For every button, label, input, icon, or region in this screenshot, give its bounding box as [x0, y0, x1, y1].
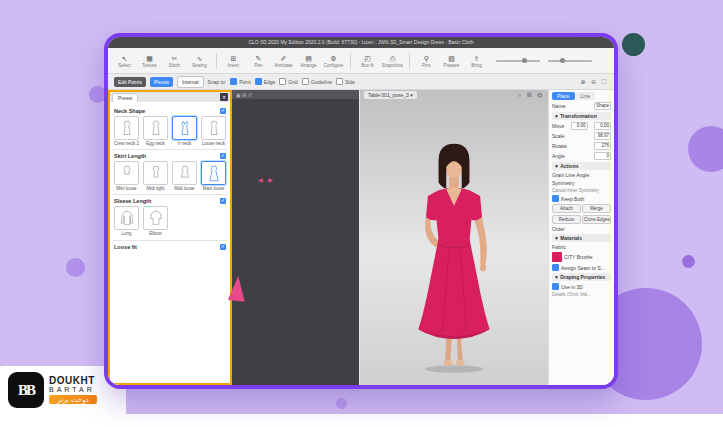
option-crew-neck-2[interactable]: Crew neck 2: [113, 116, 140, 146]
reduce-button[interactable]: Reduce: [552, 215, 581, 224]
internal-toggle[interactable]: Internal: [177, 76, 204, 88]
materials-section[interactable]: ▼ Materials: [552, 234, 611, 242]
snap-option-edge[interactable]: Edge: [255, 78, 276, 85]
loose-fit-checkbox[interactable]: ✓: [220, 244, 226, 250]
pattern-notch-marks[interactable]: ◀ ▶: [258, 176, 275, 183]
option-long-sleeve[interactable]: Long: [113, 206, 140, 236]
keep-both-checkbox[interactable]: [552, 195, 559, 202]
name-input[interactable]: Shape: [594, 102, 611, 110]
fabric-swatch-row[interactable]: CITY Brushe: [552, 252, 611, 262]
thumbnail: [201, 116, 226, 140]
order-label[interactable]: Order: [552, 226, 611, 232]
move-y-input[interactable]: 0.00: [594, 122, 611, 130]
stitch-icon: ✂: [172, 54, 178, 63]
tool-insert[interactable]: ⊞ Insert: [222, 54, 245, 68]
scale-input[interactable]: 98.97: [594, 132, 611, 140]
thumbnail: [172, 161, 197, 185]
slider-knob[interactable]: [522, 58, 527, 63]
3d-view-icons[interactable]: ⌕ ▦ ⚙: [518, 92, 544, 99]
fabric-swatch[interactable]: [552, 252, 562, 262]
option-egg-neck[interactable]: Egg neck: [142, 116, 169, 146]
snap-option-point[interactable]: Point: [230, 78, 250, 85]
tool-arrange[interactable]: ▤ Arrange: [297, 54, 320, 68]
slider-knob[interactable]: [560, 58, 565, 63]
close-icon[interactable]: ✕: [220, 93, 228, 101]
guideline-checkbox[interactable]: [302, 78, 309, 85]
tool-prepare[interactable]: ▧ Prepare: [440, 54, 463, 68]
keep-both-row[interactable]: Keep Both: [552, 195, 611, 202]
option-midi-tight[interactable]: Midi tight: [142, 161, 169, 191]
main-toolbar: ↖ Select ▦ Texture ✂ Stitch ∿ Sewing ⊞ I…: [108, 48, 614, 74]
pattern-piece[interactable]: [228, 275, 248, 302]
attach-button[interactable]: Attach: [552, 204, 581, 213]
clone-edges-button[interactable]: Clone Edges: [582, 215, 611, 224]
option-mini-loose[interactable]: Mini loose: [113, 161, 140, 191]
snap-option-grid[interactable]: Grid: [279, 78, 297, 85]
preset-panel-header: Preset ✕: [110, 92, 230, 102]
thumbnail: [114, 116, 139, 140]
property-panel: Place Line Name: Shape ▼ Transformation …: [548, 90, 614, 385]
snap-option-guideline[interactable]: Guideline: [302, 78, 332, 85]
draping-section[interactable]: ▼ Draping Properties: [552, 273, 611, 281]
toolbar-slider[interactable]: [548, 60, 592, 62]
neck-shape-checkbox[interactable]: ✓: [220, 108, 226, 114]
pieces-toggle[interactable]: Pieces: [150, 77, 173, 87]
tab-place[interactable]: Place: [552, 92, 575, 100]
thumbnail: [114, 206, 139, 230]
box-fit-icon: ◰: [364, 54, 371, 63]
rotate-input[interactable]: 276: [594, 142, 611, 150]
tool-pen[interactable]: ✎ Pen: [247, 54, 270, 68]
side-checkbox[interactable]: [336, 78, 343, 85]
pattern-toolbar-icons[interactable]: ▣ ⊞ ↺: [236, 92, 252, 98]
grid-checkbox[interactable]: [279, 78, 286, 85]
tool-stitch[interactable]: ✂ Stitch: [163, 54, 186, 68]
tool-bring[interactable]: ⇪ Bring: [465, 54, 488, 68]
tool-box-fit[interactable]: ◰ Box fit: [356, 54, 379, 68]
tab-line[interactable]: Line: [576, 92, 595, 100]
toolbar-separator: [350, 53, 351, 69]
divider: [113, 240, 227, 241]
zoom-controls[interactable]: ⊕ ⊖ ⛶: [580, 78, 608, 86]
option-maxi-loose[interactable]: Maxi loose: [200, 161, 227, 191]
snap-option-side[interactable]: Side: [336, 78, 355, 85]
section-sleeve-length: Sleeve Length ✓: [114, 198, 226, 204]
tool-select[interactable]: ↖ Select: [113, 54, 136, 68]
tool-texture[interactable]: ▦ Texture: [138, 54, 161, 68]
tool-annotate[interactable]: ✐ Annotate: [272, 54, 295, 68]
tool-sewing[interactable]: ∿ Sewing: [188, 54, 211, 68]
use-3d-checkbox[interactable]: [552, 283, 559, 290]
sleeve-length-checkbox[interactable]: ✓: [220, 198, 226, 204]
assign-seam-checkbox[interactable]: [552, 264, 559, 271]
point-checkbox[interactable]: [230, 78, 237, 85]
decor-circle: [622, 33, 645, 56]
pattern-2d-view[interactable]: ▣ ⊞ ↺ ◀ ▶: [232, 90, 360, 385]
preset-tab[interactable]: Preset: [112, 93, 138, 102]
transformation-section[interactable]: ▼ Transformation: [552, 112, 611, 120]
assign-seam-row[interactable]: Assign Seam to S...: [552, 264, 611, 271]
move-x-input[interactable]: 0.00: [571, 122, 588, 130]
grain-line-label: Grain Line Angle:: [552, 172, 611, 178]
use-3d-row[interactable]: Use in 3D: [552, 283, 611, 290]
pose-select[interactable]: Table 001_pose_3 ▾: [364, 91, 417, 99]
tool-configure[interactable]: ⚙ Configure: [322, 54, 345, 68]
cancel-symmetry-label[interactable]: Cancel Inner Symmetry: [552, 188, 611, 193]
option-loose-neck[interactable]: Loose neck: [200, 116, 227, 146]
tool-pins[interactable]: ⚲ Pins: [415, 54, 438, 68]
avatar-3d[interactable]: [396, 132, 512, 374]
garment-3d-view[interactable]: Table 001_pose_3 ▾ ⌕ ▦ ⚙: [360, 90, 548, 385]
option-v-neck[interactable]: V neck: [171, 116, 198, 146]
preset-panel-body: Neck Shape ✓ Crew neck 2: [110, 102, 230, 383]
option-midi-loose[interactable]: Midi loose: [171, 161, 198, 191]
edit-points-button[interactable]: Edit Points: [114, 77, 146, 87]
angle-input[interactable]: 0: [594, 152, 611, 160]
pen-icon: ✎: [256, 54, 262, 63]
tool-snapshots[interactable]: ⎙ Snapshots: [381, 54, 404, 68]
option-elbow-sleeve[interactable]: Elbow: [142, 206, 169, 236]
skirt-length-checkbox[interactable]: ✓: [220, 153, 226, 159]
bring-icon: ⇪: [474, 54, 480, 63]
toolbar-slider[interactable]: [496, 60, 540, 62]
actions-section[interactable]: ▼ Actions: [552, 162, 611, 170]
logo-line1: DOUKHT: [49, 376, 97, 387]
merge-button[interactable]: Merge: [582, 204, 611, 213]
edge-checkbox[interactable]: [255, 78, 262, 85]
